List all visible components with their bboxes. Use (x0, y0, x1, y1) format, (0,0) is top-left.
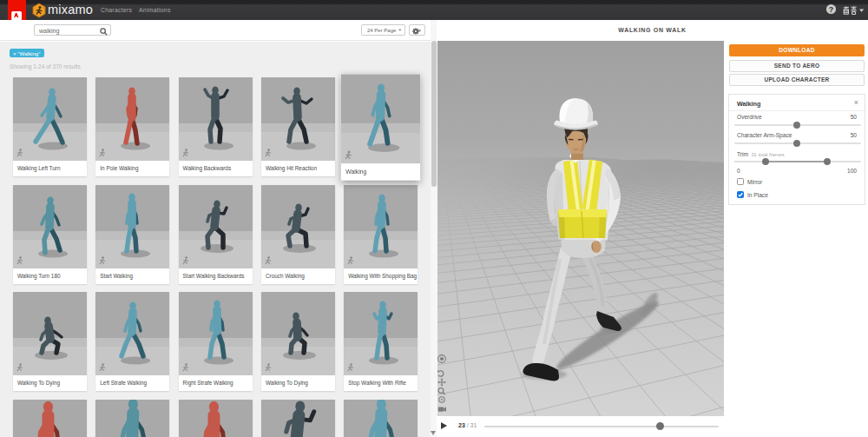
svg-text:?: ? (829, 5, 834, 14)
